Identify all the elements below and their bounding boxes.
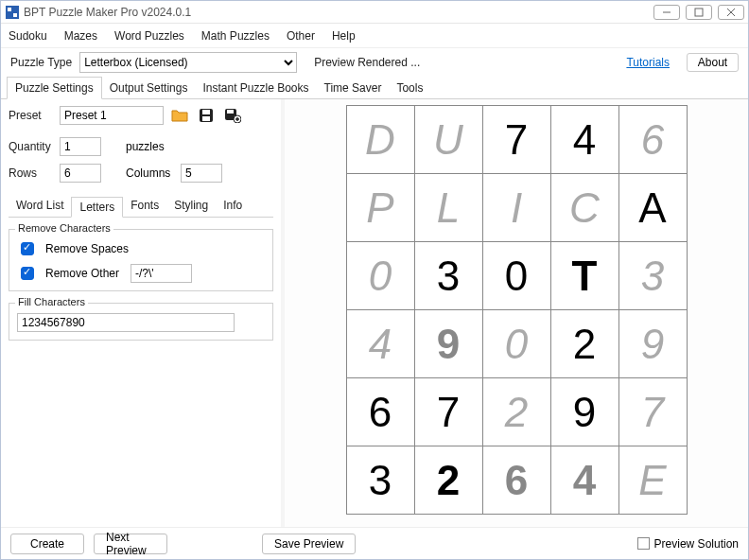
menu-mazes[interactable]: Mazes xyxy=(64,29,97,43)
open-preset-icon[interactable] xyxy=(169,105,190,126)
maximize-button[interactable] xyxy=(686,5,712,20)
grid-cell: T xyxy=(550,242,618,310)
main-tabs: Puzzle Settings Output Settings Instant … xyxy=(1,77,748,99)
remove-other-input[interactable] xyxy=(131,264,192,283)
svg-rect-2 xyxy=(13,13,17,17)
menu-bar: Sudoku Mazes Word Puzzles Math Puzzles O… xyxy=(1,24,748,48)
grid-cell: 7 xyxy=(618,378,687,446)
tab-styling[interactable]: Styling xyxy=(166,196,216,217)
grid-cell: 0 xyxy=(482,310,550,378)
next-preview-button[interactable]: Next Preview xyxy=(94,534,167,554)
tab-word-list[interactable]: Word List xyxy=(9,196,71,217)
title-bar: BPT Puzzle Maker Pro v2024.0.1 xyxy=(1,1,748,24)
svg-rect-4 xyxy=(695,9,703,16)
tab-tools[interactable]: Tools xyxy=(389,78,430,98)
tab-puzzle-settings[interactable]: Puzzle Settings xyxy=(7,77,102,99)
remove-characters-group: Remove Characters Remove Spaces Remove O… xyxy=(9,229,273,291)
remove-spaces-checkbox[interactable] xyxy=(21,242,34,255)
grid-cell: 2 xyxy=(414,446,482,515)
grid-cell: 6 xyxy=(482,446,550,515)
grid-cell: 4 xyxy=(550,446,618,515)
menu-word-puzzles[interactable]: Word Puzzles xyxy=(114,29,184,43)
grid-cell: A xyxy=(618,174,687,242)
tab-time-saver[interactable]: Time Saver xyxy=(317,78,390,98)
svg-rect-1 xyxy=(8,8,11,11)
create-button[interactable]: Create xyxy=(10,534,84,554)
save-preview-button[interactable]: Save Preview xyxy=(262,534,356,554)
tutorials-link[interactable]: Tutorials xyxy=(626,56,670,69)
grid-cell: U xyxy=(414,106,482,174)
settings-panel: Preset Quantity puzzles Rows Columns Wor… xyxy=(1,99,285,527)
fill-characters-input[interactable] xyxy=(17,313,235,332)
grid-cell: P xyxy=(346,174,414,242)
rows-input[interactable] xyxy=(60,164,101,183)
remove-other-checkbox[interactable] xyxy=(21,267,34,280)
remove-characters-title: Remove Characters xyxy=(15,222,113,234)
preview-status: Preview Rendered ... xyxy=(314,56,420,69)
remove-spaces-label: Remove Spaces xyxy=(45,242,129,255)
preset-label: Preset xyxy=(9,109,54,122)
puzzle-preview-grid: DU746PLICA030T349029672973264E xyxy=(346,105,688,515)
app-icon xyxy=(5,5,20,20)
grid-cell: 3 xyxy=(618,242,687,310)
tab-info[interactable]: Info xyxy=(216,196,250,217)
sub-tabs: Word List Letters Fonts Styling Info xyxy=(9,196,273,218)
tab-instant-puzzle-books[interactable]: Instant Puzzle Books xyxy=(195,78,316,98)
tab-output-settings[interactable]: Output Settings xyxy=(102,78,196,98)
fill-characters-title: Fill Characters xyxy=(15,296,88,307)
grid-cell: 0 xyxy=(346,242,414,310)
grid-cell: 3 xyxy=(346,446,414,515)
grid-cell: 7 xyxy=(414,378,482,446)
columns-input[interactable] xyxy=(181,164,222,183)
preview-solution-label: Preview Solution xyxy=(654,537,739,551)
window-title: BPT Puzzle Maker Pro v2024.0.1 xyxy=(24,6,653,19)
puzzle-type-select[interactable]: Letterbox (Licensed) xyxy=(79,52,297,73)
grid-cell: E xyxy=(618,446,687,515)
fill-characters-group: Fill Characters xyxy=(9,303,273,341)
menu-sudoku[interactable]: Sudoku xyxy=(9,29,47,43)
grid-cell: 4 xyxy=(346,310,414,378)
svg-rect-8 xyxy=(202,110,210,114)
grid-cell: 0 xyxy=(482,242,550,310)
close-button[interactable] xyxy=(718,5,744,20)
grid-cell: 4 xyxy=(550,106,618,174)
save-preset-icon[interactable] xyxy=(196,105,217,126)
quantity-suffix: puzzles xyxy=(126,140,165,153)
save-as-preset-icon[interactable] xyxy=(222,105,243,126)
grid-cell: 7 xyxy=(482,106,550,174)
puzzle-type-label: Puzzle Type xyxy=(10,56,72,69)
preview-panel: DU746PLICA030T349029672973264E xyxy=(285,99,748,527)
grid-cell: 2 xyxy=(550,310,618,378)
preset-input[interactable] xyxy=(60,106,164,125)
minimize-button[interactable] xyxy=(653,5,680,20)
about-button[interactable]: About xyxy=(687,53,739,72)
tab-fonts[interactable]: Fonts xyxy=(123,196,166,217)
menu-help[interactable]: Help xyxy=(332,29,356,43)
puzzle-type-row: Puzzle Type Letterbox (Licensed) Preview… xyxy=(1,48,748,77)
grid-cell: 6 xyxy=(618,106,687,174)
columns-label: Columns xyxy=(126,166,175,180)
grid-cell: D xyxy=(346,106,414,174)
footer-bar: Create Next Preview Save Preview Preview… xyxy=(1,527,748,559)
grid-cell: 9 xyxy=(550,378,618,446)
grid-cell: I xyxy=(482,174,550,242)
quantity-input[interactable] xyxy=(60,137,101,156)
grid-cell: C xyxy=(550,174,618,242)
svg-rect-9 xyxy=(202,116,210,121)
quantity-label: Quantity xyxy=(9,140,54,153)
grid-cell: 6 xyxy=(346,378,414,446)
grid-cell: 9 xyxy=(618,310,687,378)
grid-cell: 9 xyxy=(414,310,482,378)
svg-rect-11 xyxy=(227,110,234,114)
preview-solution-checkbox[interactable] xyxy=(637,537,650,550)
remove-other-label: Remove Other xyxy=(45,267,119,280)
menu-other[interactable]: Other xyxy=(287,29,315,43)
rows-label: Rows xyxy=(9,166,54,180)
grid-cell: 2 xyxy=(482,378,550,446)
menu-math-puzzles[interactable]: Math Puzzles xyxy=(201,29,270,43)
tab-letters[interactable]: Letters xyxy=(71,197,123,218)
grid-cell: L xyxy=(414,174,482,242)
grid-cell: 3 xyxy=(414,242,482,310)
